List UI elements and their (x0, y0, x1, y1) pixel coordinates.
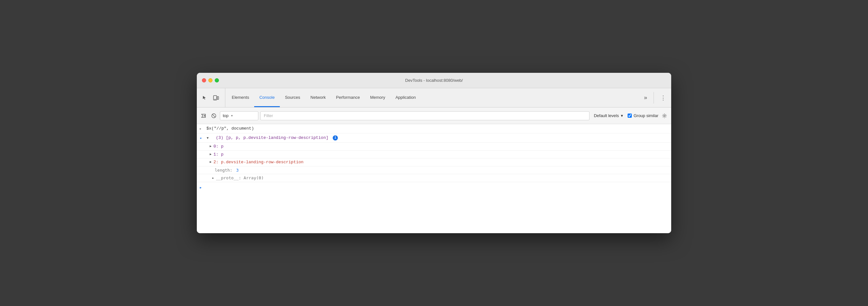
length-entry: length: 3 (197, 166, 671, 174)
back-arrow-icon: ◂ (199, 135, 204, 141)
expand-triangle-icon[interactable]: ► (205, 137, 210, 139)
proto-triangle-icon[interactable]: ► (212, 175, 214, 180)
tab-bar-tools (199, 88, 225, 107)
filter-input[interactable] (260, 111, 589, 120)
array-item-2: ► 2: p.devsite-landing-row-description (197, 159, 671, 166)
levels-chevron-icon: ▾ (621, 113, 623, 118)
console-input-line[interactable]: ▸ (197, 182, 671, 194)
tab-network[interactable]: Network (306, 88, 331, 107)
item2-triangle-icon[interactable]: ► (210, 160, 212, 165)
tab-console[interactable]: Console (254, 88, 280, 107)
tab-application[interactable]: Application (391, 88, 421, 107)
console-toolbar: top ▾ Default levels ▾ Group similar (197, 107, 671, 124)
tab-bar-right: » ⋮ (641, 88, 669, 107)
minimize-button[interactable] (208, 78, 213, 82)
device-toolbar-icon[interactable] (211, 93, 221, 103)
result-summary-text: (3) [p, p, p.devsite-landing-row-descrip… (216, 135, 328, 140)
console-result-entry: ◂ ► (3) [p, p, p.devsite-landing-row-des… (197, 134, 671, 143)
block-icon[interactable] (210, 112, 218, 120)
svg-marker-3 (202, 114, 206, 117)
window-title: DevTools - localhost:8080/web/ (405, 78, 463, 83)
select-element-icon[interactable] (199, 93, 210, 103)
tab-memory[interactable]: Memory (365, 88, 391, 107)
group-similar-checkbox[interactable] (628, 114, 632, 118)
close-button[interactable] (202, 78, 206, 82)
svg-line-7 (213, 114, 215, 117)
separator (654, 92, 654, 104)
proto-entry: ► __proto__: Array(0) (197, 174, 671, 182)
group-similar-label[interactable]: Group similar (628, 113, 658, 118)
more-tabs-button[interactable]: » (641, 93, 650, 102)
chevron-down-icon: ▾ (231, 114, 233, 117)
array-item-0: ► 0: p (197, 143, 671, 151)
info-icon[interactable]: i (333, 135, 338, 140)
tab-performance[interactable]: Performance (331, 88, 365, 107)
command-arrow-icon: ▸ (199, 126, 204, 132)
array-item-1: ► 1: p (197, 151, 671, 159)
console-output: ▸ $x("//p", document) ◂ ► (3) [p, p, p.d… (197, 124, 671, 233)
context-selector[interactable]: top ▾ (220, 111, 258, 120)
tab-sources[interactable]: Sources (280, 88, 306, 107)
devtools-menu-button[interactable]: ⋮ (658, 93, 669, 103)
devtools-window: DevTools - localhost:8080/web/ Elements … (197, 73, 671, 233)
clear-console-button[interactable] (199, 112, 208, 120)
input-prompt-icon: ▸ (199, 185, 202, 191)
item0-triangle-icon[interactable]: ► (210, 144, 212, 149)
svg-point-8 (664, 115, 665, 116)
traffic-lights (202, 78, 219, 82)
title-bar: DevTools - localhost:8080/web/ (197, 73, 671, 88)
svg-rect-1 (217, 96, 219, 100)
settings-button[interactable] (660, 112, 669, 120)
item1-triangle-icon[interactable]: ► (210, 152, 212, 157)
console-command-entry: ▸ $x("//p", document) (197, 124, 671, 134)
default-levels-button[interactable]: Default levels ▾ (591, 112, 626, 119)
tab-bar: Elements Console Sources Network Perform… (197, 88, 671, 107)
command-text: $x("//p", document) (207, 126, 669, 132)
maximize-button[interactable] (215, 78, 219, 82)
tab-elements[interactable]: Elements (227, 88, 254, 107)
